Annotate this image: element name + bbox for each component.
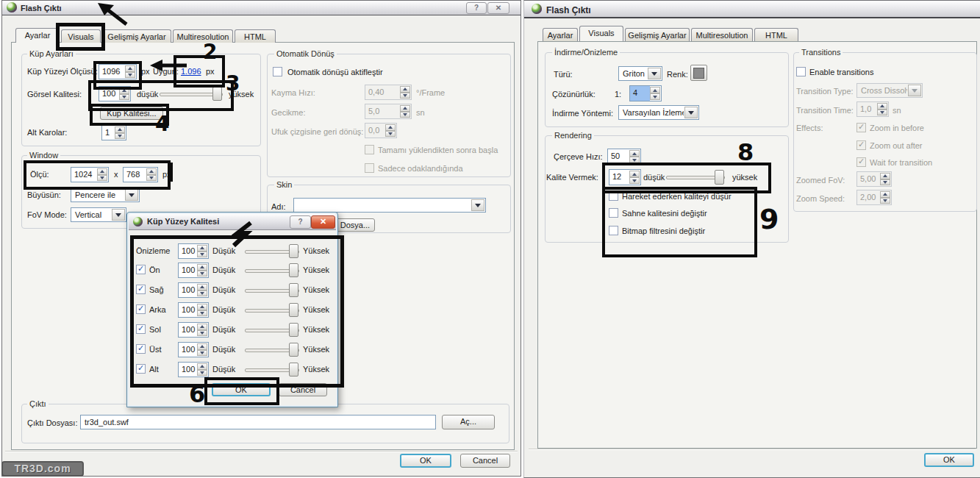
chevron-down-icon[interactable] [471, 199, 484, 211]
face-checkbox[interactable] [136, 364, 146, 374]
slider-thumb[interactable] [289, 263, 298, 277]
face-row-spinner[interactable]: 100 [178, 243, 209, 259]
right-ok-button[interactable]: OK [924, 453, 974, 467]
spin-down-icon[interactable] [119, 94, 129, 101]
spin-down-icon[interactable] [197, 350, 207, 357]
face-row-spinner[interactable]: 100 [178, 302, 209, 318]
tab-html[interactable]: HTML [235, 29, 276, 43]
tab-visuals[interactable]: Visuals [61, 29, 101, 43]
slider-thumb[interactable] [289, 343, 298, 357]
right-titlebar[interactable]: Flash Çıktı [524, 1, 980, 18]
autorotate-enable-label[interactable]: Otomatik dönüşü aktifleştir [287, 68, 383, 76]
reduce-motion-label[interactable]: Hareket ederken kaliteyi düşür [622, 192, 732, 201]
face-checkbox[interactable] [136, 304, 146, 314]
face-row-slider[interactable] [245, 283, 299, 297]
bitmap-filter-label[interactable]: Bitmap filtresini değiştir [622, 226, 705, 235]
reduce-motion-checkbox[interactable] [609, 191, 618, 201]
stage-quality-checkbox[interactable] [609, 208, 618, 218]
slider-thumb[interactable] [289, 303, 298, 317]
download-method-combo[interactable]: Varsayılan İzleme [618, 105, 699, 120]
spin-down-icon[interactable] [197, 330, 207, 337]
spin-up-icon[interactable] [197, 343, 207, 350]
face-checkbox[interactable] [136, 285, 146, 294]
left-titlebar[interactable]: Flash Çıktı ? ✕ [2, 1, 521, 15]
tab-gelismis-ayarlar[interactable]: Gelişmiş Ayarlar [625, 28, 690, 41]
tab-html[interactable]: HTML [754, 28, 798, 41]
spin-down-icon[interactable] [197, 252, 207, 258]
face-row-slider[interactable] [245, 323, 299, 337]
face-row-slider[interactable] [245, 363, 299, 377]
resolution-spinner[interactable]: 4 [629, 85, 662, 101]
face-checkbox[interactable] [136, 324, 146, 334]
face-row-spinner[interactable]: 100 [178, 342, 209, 357]
face-row-slider[interactable] [245, 263, 299, 277]
left-cancel-button[interactable]: Cancel [460, 454, 510, 468]
slider-thumb[interactable] [715, 170, 724, 185]
spin-down-icon[interactable] [197, 370, 207, 377]
tab-visuals[interactable]: Visuals [579, 26, 623, 41]
face-row-spinner[interactable]: 100 [178, 362, 209, 377]
close-icon[interactable]: ✕ [311, 215, 335, 229]
spin-up-icon[interactable] [197, 304, 207, 310]
spin-up-icon[interactable] [197, 324, 207, 330]
spin-up-icon[interactable] [97, 168, 107, 175]
spin-down-icon[interactable] [629, 177, 640, 184]
slider-thumb[interactable] [289, 244, 298, 258]
face-row-spinner[interactable]: 100 [178, 322, 209, 338]
window-width-spinner[interactable]: 1024 [71, 167, 109, 182]
spin-up-icon[interactable] [119, 88, 129, 94]
spin-down-icon[interactable] [197, 310, 207, 317]
face-row-slider[interactable] [245, 303, 299, 317]
spin-up-icon[interactable] [197, 264, 207, 271]
spin-down-icon[interactable] [115, 133, 125, 140]
slider-thumb[interactable] [212, 87, 222, 101]
slider-thumb[interactable] [289, 363, 298, 377]
visual-quality-slider[interactable] [160, 87, 223, 101]
face-row-spinner[interactable]: 100 [178, 282, 209, 298]
scale-combo[interactable]: Pencere ile [71, 188, 140, 202]
chevron-down-icon[interactable] [112, 209, 125, 221]
tab-ayarlar[interactable]: Ayarlar [543, 28, 578, 41]
fit-size-link[interactable]: 1.096 [181, 67, 201, 76]
open-button[interactable]: Aç... [442, 415, 495, 429]
subtiles-spinner[interactable]: 1 [101, 125, 126, 140]
chevron-down-icon[interactable] [125, 189, 138, 201]
chevron-down-icon[interactable] [684, 107, 698, 118]
face-row-spinner[interactable]: 100 [178, 263, 209, 278]
enable-transitions-label[interactable]: Enable transitions [809, 68, 873, 76]
visual-quality-spinner[interactable]: 100 [99, 86, 131, 101]
help-icon[interactable]: ? [466, 2, 487, 14]
spin-down-icon[interactable] [146, 175, 157, 182]
left-ok-button[interactable]: OK [400, 454, 451, 468]
spin-up-icon[interactable] [197, 363, 207, 370]
spin-down-icon[interactable] [125, 72, 135, 79]
spin-down-icon[interactable] [650, 93, 660, 100]
enable-transitions-checkbox[interactable] [796, 67, 806, 76]
skin-file-button[interactable]: Dosya... [335, 218, 375, 232]
framerate-spinner[interactable]: 50 [607, 149, 641, 165]
cube-quality-button[interactable]: Küp Kalitesi... [100, 107, 163, 120]
spin-up-icon[interactable] [115, 126, 125, 133]
tab-gelismis-ayarlar[interactable]: Gelişmiş Ayarlar [102, 29, 171, 43]
spin-down-icon[interactable] [197, 290, 207, 297]
render-quality-slider[interactable] [666, 170, 725, 185]
spin-up-icon[interactable] [125, 65, 135, 72]
type-combo[interactable]: Griton [618, 66, 662, 81]
tab-ayarlar[interactable]: Ayarlar [15, 28, 60, 43]
dialog-ok-button[interactable]: OK [212, 383, 271, 396]
spin-up-icon[interactable] [197, 284, 207, 290]
spin-down-icon[interactable] [97, 175, 107, 182]
face-row-slider[interactable] [245, 244, 299, 258]
color-swatch-button[interactable] [690, 65, 707, 81]
slider-thumb[interactable] [289, 283, 298, 297]
close-icon[interactable]: ✕ [487, 2, 509, 14]
spin-up-icon[interactable] [629, 150, 640, 157]
slider-thumb[interactable] [289, 323, 298, 337]
face-checkbox[interactable] [136, 344, 146, 354]
dialog-cancel-button[interactable]: Cancel [279, 383, 327, 396]
bitmap-filter-checkbox[interactable] [609, 226, 618, 235]
chevron-down-icon[interactable] [648, 68, 661, 79]
face-checkbox[interactable] [136, 265, 146, 274]
spin-down-icon[interactable] [629, 157, 640, 163]
spin-up-icon[interactable] [629, 171, 640, 177]
